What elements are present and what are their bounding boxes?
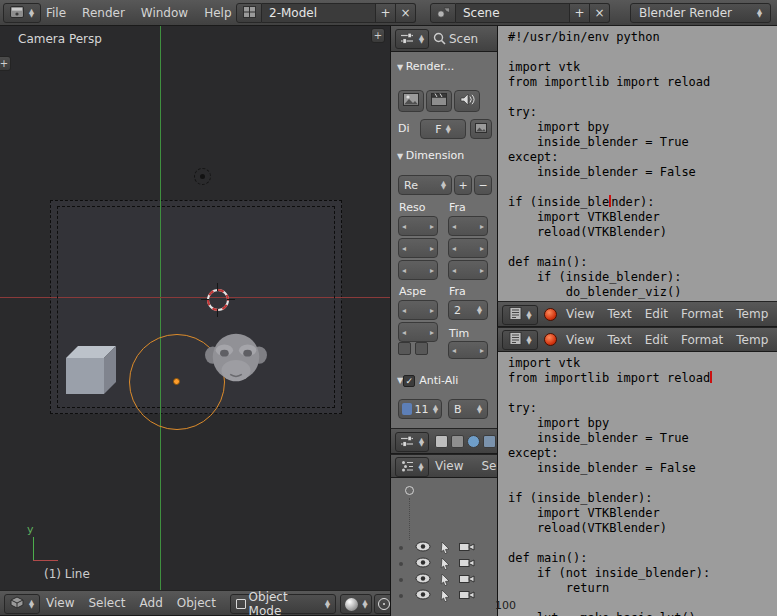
code-line[interactable]: import VTKBlender: [508, 506, 777, 521]
menu-se[interactable]: Se: [481, 459, 496, 473]
aa-samples-button[interactable]: 11: [398, 399, 442, 419]
layout-name-field[interactable]: 2-Model: [262, 3, 376, 23]
menu-edit[interactable]: Edit: [645, 307, 668, 321]
viewport-shading-dropdown[interactable]: [340, 594, 372, 614]
code-line[interactable]: if (inside_blender):: [508, 491, 777, 506]
scene-node-icon[interactable]: [405, 486, 414, 495]
code-line[interactable]: inside_blender = True: [508, 135, 777, 150]
lamp-object[interactable]: [194, 168, 211, 185]
code-line[interactable]: [508, 386, 777, 401]
display-extra-button[interactable]: [470, 119, 492, 139]
code-line[interactable]: if (inside_blender):: [508, 270, 777, 285]
code-line[interactable]: inside_blender = False: [508, 461, 777, 476]
render-panel-header[interactable]: Render...: [397, 60, 454, 73]
menu-view[interactable]: View: [435, 459, 463, 473]
code-line[interactable]: [508, 240, 777, 255]
editor-type-button-properties[interactable]: [395, 29, 429, 49]
outliner-editor[interactable]: [390, 478, 497, 616]
code-line[interactable]: def main():: [508, 551, 777, 566]
code-line[interactable]: [508, 476, 777, 491]
text-datablock-icon[interactable]: [544, 308, 557, 321]
menu-view[interactable]: View: [566, 307, 594, 321]
code-line[interactable]: def main():: [508, 255, 777, 270]
menu-view[interactable]: View: [566, 333, 594, 347]
selectable-arrow-icon[interactable]: [439, 557, 451, 573]
menu-temp[interactable]: Temp: [736, 307, 768, 321]
code-line[interactable]: if (inside_blender):: [508, 195, 777, 210]
close-layout-button[interactable]: ×: [396, 3, 416, 23]
selectable-arrow-icon[interactable]: [439, 589, 451, 605]
render-still-button[interactable]: [398, 90, 424, 112]
code-line[interactable]: reload(VTKBlender): [508, 225, 777, 240]
visibility-eye-icon[interactable]: [415, 573, 431, 587]
pivot-point-dropdown[interactable]: [374, 594, 390, 614]
editor-type-button-text-2[interactable]: [502, 330, 538, 350]
code-line[interactable]: inside_blender = False: [508, 165, 777, 180]
resolution-percentage-slider[interactable]: [398, 260, 438, 280]
menu-render[interactable]: Render: [82, 6, 125, 20]
aspect-x-slider[interactable]: [398, 300, 438, 320]
renderable-camera-icon[interactable]: [459, 573, 475, 587]
code-line[interactable]: import bpy: [508, 416, 777, 431]
code-line[interactable]: if (not inside_blender):: [508, 566, 777, 581]
menu-help[interactable]: Help: [204, 6, 231, 20]
close-scene-button[interactable]: ×: [590, 3, 610, 23]
properties-tab-object-icon[interactable]: [483, 435, 496, 448]
menu-object[interactable]: Object: [177, 596, 216, 610]
code-line[interactable]: import vtk: [508, 356, 777, 371]
menu-format[interactable]: Format: [681, 307, 723, 321]
antialiasing-checkbox[interactable]: [403, 375, 415, 387]
editor-type-button-text[interactable]: [502, 305, 538, 325]
properties-tab-world-icon[interactable]: [467, 435, 480, 448]
renderable-camera-icon[interactable]: [459, 589, 475, 603]
editor-type-button-3d-view[interactable]: [4, 594, 40, 614]
resolution-x-slider[interactable]: [398, 216, 438, 236]
menu-text[interactable]: Text: [607, 333, 631, 347]
properties-tab-scene-icon[interactable]: [451, 435, 464, 448]
render-engine-dropdown[interactable]: Blender Render: [630, 3, 771, 23]
renderable-camera-icon[interactable]: [459, 541, 475, 555]
add-layout-button[interactable]: +: [376, 3, 396, 23]
properties-tab-render-icon[interactable]: [435, 435, 448, 448]
display-mode-dropdown[interactable]: F: [420, 119, 466, 139]
text-datablock-icon[interactable]: [544, 333, 557, 346]
visibility-eye-icon[interactable]: [415, 557, 431, 571]
code-line[interactable]: [508, 45, 777, 60]
toggle-button[interactable]: [398, 342, 411, 355]
antialiasing-panel-header[interactable]: Anti-Ali: [397, 374, 458, 387]
remove-preset-button[interactable]: −: [474, 175, 492, 195]
cube-object[interactable]: [64, 336, 126, 399]
time-remapping-slider[interactable]: [448, 341, 488, 359]
code-line[interactable]: [508, 90, 777, 105]
text-editor-top[interactable]: #!/usr/bin/env pythonimport vtkfrom impo…: [497, 26, 777, 301]
menu-window[interactable]: Window: [141, 6, 188, 20]
render-animation-button[interactable]: [426, 90, 452, 112]
search-icon[interactable]: [433, 32, 446, 48]
render-audio-button[interactable]: [454, 90, 480, 112]
menu-add[interactable]: Add: [140, 596, 163, 610]
code-line[interactable]: [508, 180, 777, 195]
code-line[interactable]: import VTKBlender: [508, 210, 777, 225]
code-line[interactable]: reload(VTKBlender): [508, 521, 777, 536]
aspect-y-slider[interactable]: [398, 322, 438, 342]
menu-format[interactable]: Format: [681, 333, 723, 347]
code-line[interactable]: do_blender_viz(): [508, 285, 777, 300]
layout-browse-button[interactable]: [236, 3, 262, 23]
editor-type-button-outliner[interactable]: [395, 457, 429, 477]
frame-rate-field[interactable]: 2: [448, 300, 488, 320]
code-line[interactable]: try:: [508, 105, 777, 120]
code-line[interactable]: except:: [508, 446, 777, 461]
frame-step-slider[interactable]: [448, 260, 488, 280]
outliner-row[interactable]: [391, 588, 497, 603]
menu-temp[interactable]: Temp: [736, 333, 768, 347]
frame-start-slider[interactable]: [448, 216, 488, 236]
add-preset-button[interactable]: +: [454, 175, 472, 195]
code-line[interactable]: #!/usr/bin/env python: [508, 30, 777, 45]
scene-browse-button[interactable]: [430, 3, 456, 23]
outliner-row[interactable]: [391, 572, 497, 587]
expand-sidebar-button[interactable]: +: [371, 28, 385, 43]
menu-view[interactable]: View: [46, 596, 74, 610]
code-line[interactable]: inside_blender = True: [508, 431, 777, 446]
visibility-eye-icon[interactable]: [415, 541, 431, 555]
scene-name-field[interactable]: Scene: [456, 3, 570, 23]
